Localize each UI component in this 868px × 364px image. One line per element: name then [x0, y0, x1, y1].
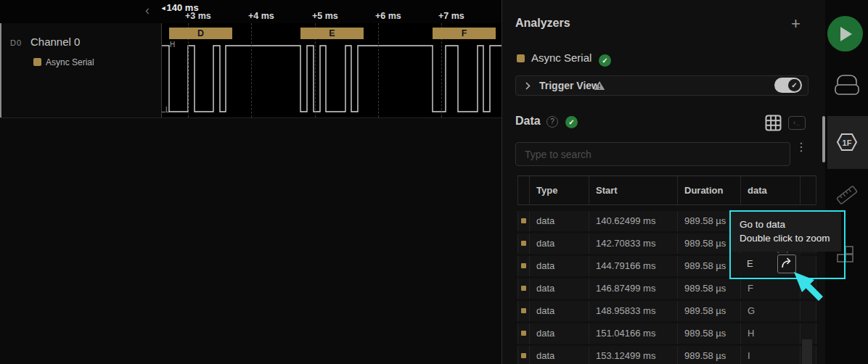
data-ok-badge: ✓	[565, 116, 578, 128]
cell-gutter	[801, 278, 816, 299]
more-options-icon[interactable]: ⋮	[795, 144, 803, 151]
channel-index: D0	[10, 38, 22, 47]
analyzer-color-dot-icon	[521, 263, 526, 268]
row-color-cell	[518, 278, 530, 299]
row-color-cell	[518, 211, 530, 231]
analyzers-title: Analyzers	[515, 17, 570, 30]
frame-label-box[interactable]: E	[300, 28, 364, 39]
tooltip-line-1: Go to data	[740, 218, 841, 231]
timeline-gridline	[378, 23, 379, 117]
timeline-tick-label: +6 ms	[375, 11, 401, 21]
device-icon[interactable]	[834, 73, 860, 96]
timeline-tick-label: +5 ms	[312, 11, 338, 21]
cell-type: data	[530, 211, 589, 231]
cell-start: 146.87499 ms	[589, 278, 678, 299]
header-type: Type	[530, 176, 589, 204]
table-row[interactable]: data148.95833 ms989.58 µsG	[517, 301, 816, 321]
timeline-gridline	[251, 23, 252, 117]
channel-name: Channel 0	[30, 36, 80, 48]
go-to-data-button[interactable]	[777, 255, 796, 273]
cell-hover-overlay: Go to data Double click to zoom E	[729, 210, 846, 279]
cell-gutter	[801, 301, 816, 321]
hovered-cell-value: E	[747, 258, 753, 269]
analyzer-ok-badge: ✓	[599, 54, 611, 67]
cell-data: F	[741, 278, 801, 299]
search-input[interactable]	[515, 142, 790, 166]
analyzer-frame-icon[interactable]: 1F	[835, 131, 859, 153]
frame-label-box[interactable]: D	[169, 28, 232, 39]
anchor-marker-icon: ◂	[162, 4, 165, 12]
data-table-header: Type Start Duration data	[517, 175, 816, 205]
trigger-view-row[interactable]: Trigger View ✓	[515, 75, 808, 96]
add-analyzer-button[interactable]: +	[791, 15, 801, 33]
trigger-view-toggle[interactable]: ✓	[774, 78, 802, 93]
cell-start: 153.12499 ms	[589, 346, 678, 364]
cell-duration: 989.58 µs	[678, 301, 741, 321]
timeline-tick-label: +7 ms	[438, 11, 464, 21]
analyzer-color-dot-icon	[521, 308, 526, 313]
pan-left-icon[interactable]: ‹	[145, 4, 150, 17]
timeline-header[interactable]: ‹ ◂140 ms +3 ms+4 ms+5 ms+6 ms+7 ms	[0, 0, 501, 23]
table-view-icon[interactable]	[765, 115, 782, 131]
row-color-cell	[518, 256, 530, 276]
chevron-right-icon	[525, 82, 531, 90]
warning-icon	[594, 80, 605, 91]
cell-type: data	[530, 323, 589, 344]
analyzers-panel: Analyzers + Async Serial ✓ Trigger View …	[501, 0, 825, 364]
analyzer-color-dot-icon	[521, 331, 526, 336]
play-button[interactable]	[827, 16, 863, 51]
cell-duration: 989.58 µs	[678, 278, 741, 299]
channel-active-bar	[0, 23, 1, 117]
measure-ruler-icon[interactable]	[833, 181, 861, 209]
cell-type: data	[530, 233, 589, 254]
table-row[interactable]: data151.04166 ms989.58 µsH	[517, 323, 816, 344]
analyzer-color-dot-icon	[521, 218, 526, 223]
row-color-cell	[518, 233, 530, 254]
timeline-tick-label: +3 ms	[185, 11, 211, 21]
analyzer-color-swatch	[33, 58, 41, 66]
terminal-view-icon[interactable]: ›_	[788, 116, 806, 130]
row-color-cell	[518, 346, 530, 364]
table-row[interactable]: data146.87499 ms989.58 µsF	[517, 278, 816, 299]
analyzer-item-async-serial[interactable]: Async Serial	[531, 51, 591, 64]
analyzer-color-swatch	[517, 54, 525, 62]
table-scrollbar-thumb[interactable]	[802, 339, 812, 364]
sidebar-active-label: 1F	[843, 138, 852, 147]
jump-arrow-icon	[778, 255, 795, 273]
header-gutter	[801, 176, 816, 204]
channel-row[interactable]: D0 Channel 0 Async Serial	[0, 23, 161, 118]
cell-data: I	[741, 346, 801, 364]
cell-duration: 989.58 µs	[678, 323, 741, 344]
row-color-cell	[518, 301, 530, 321]
frame-label-box[interactable]: F	[433, 28, 496, 39]
header-icon-col	[518, 176, 530, 204]
hovered-data-cell[interactable]: E	[731, 253, 801, 275]
cell-type: data	[530, 278, 589, 299]
row-color-cell	[518, 323, 530, 344]
header-data: data	[741, 176, 801, 204]
right-sidebar: 1F	[825, 0, 868, 364]
low-level-label: L	[165, 106, 170, 114]
timeline-tick-label: +4 ms	[248, 11, 274, 21]
play-icon	[840, 27, 852, 41]
analyzer-color-dot-icon	[521, 241, 526, 246]
waveform-plot[interactable]: H L DEF	[161, 23, 502, 118]
cell-start: 144.79166 ms	[589, 256, 678, 276]
header-start: Start	[589, 176, 678, 204]
app-window: ‹ ◂140 ms +3 ms+4 ms+5 ms+6 ms+7 ms D0 C…	[0, 0, 868, 364]
trigger-view-label: Trigger View	[539, 80, 599, 91]
toggle-knob-check-icon: ✓	[788, 79, 801, 91]
cell-type: data	[530, 256, 589, 276]
cell-start: 140.62499 ms	[589, 211, 678, 231]
cell-data: H	[741, 323, 801, 344]
tooltip-line-2: Double click to zoom	[740, 231, 841, 245]
header-duration: Duration	[678, 176, 741, 204]
high-level-label: H	[170, 41, 175, 49]
cell-start: 142.70833 ms	[589, 233, 678, 254]
analyzer-color-dot-icon	[521, 353, 526, 358]
cell-duration: 989.58 µs	[678, 346, 741, 364]
help-icon[interactable]: ?	[546, 116, 558, 128]
table-row[interactable]: data153.12499 ms989.58 µsI	[517, 346, 816, 364]
cell-start: 148.95833 ms	[589, 301, 678, 321]
channel-analyzer-label: Async Serial	[46, 57, 94, 67]
